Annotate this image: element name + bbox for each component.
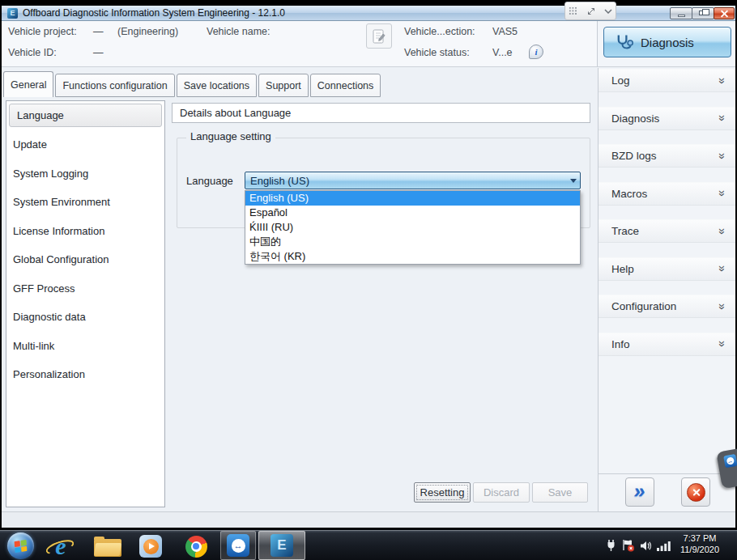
- drag-handle-icon[interactable]: [569, 6, 577, 15]
- taskbar-clock[interactable]: 7:37 PM 11/9/2020: [675, 532, 725, 555]
- exit-button[interactable]: [681, 477, 710, 507]
- nav-item-language[interactable]: Language: [9, 104, 162, 127]
- chevron-double-down-icon[interactable]: »: [716, 78, 729, 84]
- restore-icon: [699, 11, 705, 15]
- section-trace[interactable]: Trace»: [599, 219, 735, 243]
- section-label: Trace: [611, 225, 639, 237]
- chevron-double-down-icon[interactable]: »: [716, 228, 729, 235]
- taskbar: e ↔ E 7:37 PM 11/9/2020: [0, 529, 737, 560]
- tab-support[interactable]: Support: [258, 74, 309, 97]
- info-icon[interactable]: i: [529, 45, 543, 59]
- app-window: Vehicle project: — (Engineering) Vehicle…: [2, 21, 735, 528]
- nav-item-diagnostic-data[interactable]: Diagnostic data: [6, 303, 164, 332]
- chevron-double-down-icon[interactable]: »: [716, 303, 729, 310]
- option-korean[interactable]: 한국어 (KR): [245, 249, 580, 264]
- media-player-icon: [139, 535, 162, 558]
- option-russian[interactable]: ḰIIII (RU): [245, 220, 580, 235]
- network-signal-icon[interactable]: [657, 541, 671, 551]
- section-log[interactable]: Log»: [599, 69, 735, 92]
- vehicle-id-label: Vehicle ID:: [8, 47, 57, 58]
- folder-icon: [94, 537, 121, 557]
- tab-label: Save locations: [184, 80, 249, 91]
- odis-app-icon: E: [271, 534, 293, 557]
- chevron-double-down-icon[interactable]: »: [716, 115, 729, 121]
- divider: [598, 473, 735, 474]
- taskbar-explorer[interactable]: [94, 534, 121, 558]
- tab-general[interactable]: General: [3, 71, 53, 97]
- nav-item-license-information[interactable]: License Information: [6, 217, 164, 246]
- option-espanol[interactable]: Español: [245, 206, 580, 220]
- section-label: BZD logs: [611, 150, 657, 162]
- tab-label: Functions configuration: [62, 80, 167, 91]
- taskbar-teamviewer[interactable]: ↔: [220, 531, 256, 560]
- volume-icon[interactable]: [640, 541, 652, 551]
- tab-label: Support: [266, 80, 301, 91]
- nav-label: System Logging: [13, 168, 88, 180]
- teamviewer-icon: ↔: [723, 454, 737, 468]
- stethoscope-icon: [615, 33, 633, 51]
- language-dropdown-list: English (US) Español ḰIIII (RU) 中国的 한국어 …: [245, 190, 581, 265]
- vehicle-project-label: Vehicle project:: [8, 26, 77, 37]
- section-diagnosis[interactable]: Diagnosis»: [599, 107, 735, 130]
- chevron-double-down-icon[interactable]: »: [716, 190, 729, 197]
- nav-item-update[interactable]: Update: [6, 130, 164, 159]
- vehicle-connection-label: Vehicle...ection:: [404, 26, 475, 37]
- section-info[interactable]: Info»: [599, 333, 735, 356]
- start-button[interactable]: [7, 532, 34, 559]
- power-plug-icon[interactable]: [606, 539, 616, 552]
- minimize-button[interactable]: [670, 7, 692, 19]
- restore-button[interactable]: [692, 7, 714, 19]
- engineering-label: (Engineering): [117, 26, 178, 37]
- fullscreen-icon[interactable]: [586, 6, 596, 16]
- nav-label: Multi-link: [13, 340, 54, 352]
- action-center-flag-icon[interactable]: [621, 539, 635, 552]
- nav-item-gff-process[interactable]: GFF Process: [6, 274, 164, 303]
- option-chinese[interactable]: 中国的: [245, 235, 580, 249]
- section-label: Log: [611, 74, 630, 87]
- app-icon: E: [7, 8, 18, 19]
- taskbar-chrome[interactable]: [184, 534, 208, 558]
- chevron-double-down-icon[interactable]: »: [716, 153, 729, 159]
- chevron-double-down-icon[interactable]: »: [716, 265, 729, 272]
- nav-item-system-logging[interactable]: System Logging: [6, 159, 164, 189]
- minimize-icon: [678, 15, 685, 17]
- chevron-double-down-icon[interactable]: »: [716, 341, 729, 347]
- taskbar-odis[interactable]: E: [258, 531, 305, 560]
- chrome-icon: [185, 536, 207, 558]
- section-macros[interactable]: Macros»: [599, 182, 735, 206]
- tab-label: General: [11, 79, 46, 91]
- section-label: Info: [611, 338, 630, 350]
- nav-item-system-environment[interactable]: System Environment: [6, 188, 164, 217]
- section-configuration[interactable]: Configuration»: [599, 295, 735, 318]
- nav-item-personalization[interactable]: Personalization: [6, 360, 164, 389]
- nav-item-global-configuration[interactable]: Global Configuration: [6, 245, 164, 274]
- nav-label: License Information: [13, 225, 104, 237]
- taskbar-internet-explorer[interactable]: e: [49, 534, 73, 558]
- clipboard-pencil-icon: [371, 28, 387, 45]
- diagnosis-area: Diagnosis: [597, 21, 735, 67]
- chevron-down-icon[interactable]: [604, 9, 612, 14]
- diagnosis-button[interactable]: Diagnosis: [603, 27, 731, 57]
- vehicle-status-value: V...e: [492, 47, 513, 58]
- close-icon: [720, 9, 729, 18]
- option-english-us[interactable]: English (US): [245, 191, 580, 206]
- language-combobox[interactable]: English (US): [245, 172, 581, 189]
- tab-connections[interactable]: Connections: [310, 74, 381, 97]
- diagnosis-button-label: Diagnosis: [641, 36, 694, 49]
- tab-functions-configuration[interactable]: Functions configuration: [55, 74, 174, 97]
- language-setting-group-title: Language setting: [186, 130, 275, 142]
- section-bzd-logs[interactable]: BZD logs»: [599, 144, 735, 168]
- system-tray: [603, 530, 674, 560]
- section-help[interactable]: Help»: [599, 257, 735, 281]
- remote-control-toolbar[interactable]: [564, 2, 616, 20]
- resetting-button[interactable]: Resetting: [414, 482, 471, 503]
- settings-nav-panel: Language Update System Logging System En…: [6, 100, 165, 507]
- close-button[interactable]: [714, 7, 735, 19]
- taskbar-media-player[interactable]: [138, 534, 163, 558]
- edit-vehicle-button[interactable]: [366, 23, 392, 49]
- odis-glyph: E: [277, 537, 286, 554]
- vehicle-project-value: —: [93, 26, 104, 37]
- tab-save-locations[interactable]: Save locations: [177, 74, 257, 97]
- forward-button[interactable]: »: [625, 477, 654, 507]
- nav-item-multi-link[interactable]: Multi-link: [6, 332, 164, 361]
